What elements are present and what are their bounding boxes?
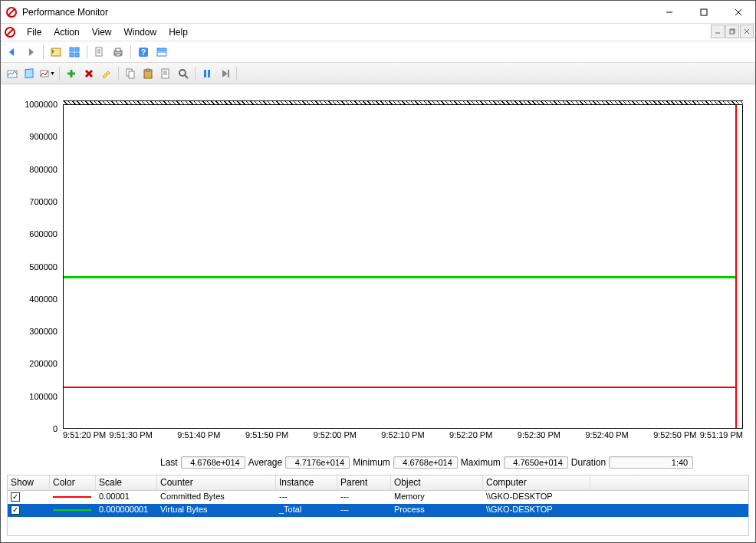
separator (118, 67, 119, 81)
mdi-controls (711, 25, 754, 38)
x-axis-labels: 9:51:20 PM9:51:30 PM9:51:40 PM9:51:50 PM… (63, 430, 743, 452)
x-tick-label: 9:52:30 PM (518, 430, 560, 439)
export-button[interactable] (91, 44, 108, 61)
svg-point-44 (179, 70, 186, 76)
app-window: Performance Monitor File Action View Win… (0, 0, 756, 543)
close-button[interactable] (721, 1, 755, 23)
show-checkbox[interactable] (11, 505, 20, 515)
min-label: Minimum (353, 457, 390, 468)
min-value: 4.6768e+014 (393, 456, 458, 469)
properties-button[interactable] (66, 44, 83, 61)
color-swatch (53, 509, 91, 511)
svg-rect-24 (116, 54, 120, 56)
add-counter-button[interactable] (63, 65, 80, 82)
col-scale[interactable]: Scale (96, 476, 157, 490)
y-axis-labels: 0100000200000300000400000500000600000700… (7, 104, 61, 429)
svg-rect-23 (116, 48, 120, 51)
col-instance[interactable]: Instance (276, 476, 337, 490)
menu-action[interactable]: Action (48, 25, 85, 39)
object-cell: Memory (391, 491, 483, 504)
svg-rect-16 (70, 53, 74, 57)
separator (195, 67, 196, 81)
freeze-button[interactable] (199, 65, 215, 82)
time-marker (735, 105, 737, 428)
table-row[interactable]: 0.00001Committed Bytes------Memory\\GKO-… (8, 491, 748, 504)
view-log-button[interactable] (21, 65, 38, 82)
view-button[interactable] (153, 44, 170, 61)
y-tick-label: 600000 (29, 229, 58, 239)
graph-type-button[interactable]: ▼ (39, 65, 56, 82)
svg-rect-47 (208, 70, 210, 77)
avg-value: 4.7176e+014 (285, 456, 350, 469)
svg-rect-3 (701, 9, 707, 15)
window-title: Performance Monitor (22, 7, 652, 18)
maximize-button[interactable] (686, 1, 721, 23)
counter-grid: Show Color Scale Counter Instance Parent… (7, 475, 749, 536)
mdi-close-button[interactable] (740, 25, 754, 38)
separator (130, 45, 131, 59)
svg-rect-27 (157, 48, 166, 51)
help-button[interactable]: ? (135, 44, 152, 61)
forward-button[interactable] (22, 44, 39, 61)
delete-counter-button[interactable] (81, 65, 97, 82)
parent-cell: --- (337, 504, 391, 517)
x-tick-label: 9:51:20 PM (63, 430, 106, 439)
properties2-button[interactable] (157, 65, 174, 82)
mmc-toolbar: ? (1, 41, 755, 63)
col-counter[interactable]: Counter (157, 476, 276, 490)
highlight-button[interactable] (98, 65, 115, 82)
grid-body: 0.00001Committed Bytes------Memory\\GKO-… (8, 491, 748, 517)
show-checkbox[interactable] (11, 492, 20, 502)
svg-line-7 (7, 29, 13, 35)
col-object[interactable]: Object (391, 476, 483, 490)
update-button[interactable] (216, 65, 233, 82)
minimize-button[interactable] (652, 1, 686, 23)
chart-area[interactable]: 0100000200000300000400000500000600000700… (7, 90, 749, 453)
last-label: Last (160, 457, 178, 468)
col-color[interactable]: Color (50, 476, 96, 490)
menu-window[interactable]: Window (118, 25, 163, 39)
print-button[interactable] (110, 44, 127, 61)
menu-file[interactable]: File (21, 25, 48, 39)
svg-rect-39 (146, 69, 150, 71)
menu-help[interactable]: Help (163, 25, 194, 39)
plot[interactable] (63, 104, 743, 429)
svg-rect-15 (75, 48, 79, 51)
x-tick-label: 9:51:50 PM (245, 430, 288, 439)
titlebar: Performance Monitor (1, 1, 755, 24)
copy-button[interactable] (122, 65, 139, 82)
max-value: 4.7650e+014 (504, 456, 568, 469)
mdi-restore-button[interactable] (725, 25, 739, 38)
perfmon-icon (4, 26, 16, 38)
instance-cell: --- (276, 491, 337, 504)
table-row[interactable]: 0.000000001Virtual Bytes_Total---Process… (8, 504, 748, 517)
x-tick-label: 9:52:00 PM (314, 430, 357, 439)
y-tick-label: 900000 (29, 132, 58, 141)
perfmon-icon (5, 6, 18, 18)
svg-rect-40 (162, 69, 169, 78)
series-virtual-bytes (64, 276, 736, 278)
zoom-button[interactable] (175, 65, 192, 82)
y-tick-label: 1000000 (25, 100, 58, 109)
x-tick-label: 9:51:40 PM (177, 430, 220, 439)
scale-cell: 0.00001 (96, 491, 157, 504)
mdi-minimize-button[interactable] (711, 25, 725, 38)
back-button[interactable] (4, 44, 21, 61)
col-show[interactable]: Show (8, 476, 50, 490)
parent-cell: --- (337, 491, 391, 504)
separator (236, 67, 237, 81)
svg-rect-48 (228, 70, 229, 77)
paste-button[interactable] (140, 65, 156, 82)
col-computer[interactable]: Computer (483, 476, 590, 490)
view-current-button[interactable] (4, 65, 21, 82)
counter-cell: Virtual Bytes (157, 504, 276, 517)
computer-cell: \\GKO-DESKTOP (483, 491, 590, 504)
y-tick-label: 400000 (29, 295, 58, 304)
y-tick-label: 100000 (29, 392, 58, 401)
x-tick-label: 9:52:20 PM (449, 430, 492, 439)
svg-line-45 (185, 75, 188, 78)
col-parent[interactable]: Parent (337, 476, 391, 490)
show-hide-tree-button[interactable] (48, 44, 64, 61)
menu-view[interactable]: View (86, 25, 118, 39)
x-tick-label: 9:52:50 PM (653, 430, 696, 439)
